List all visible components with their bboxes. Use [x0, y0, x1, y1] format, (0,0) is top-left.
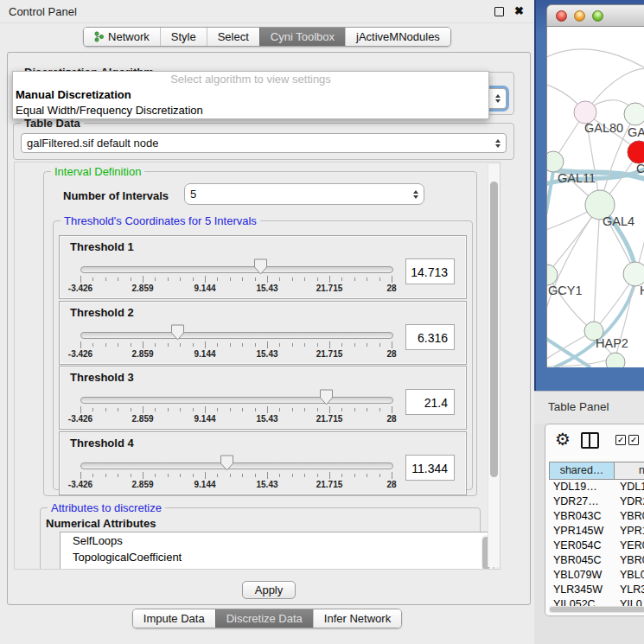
tick-mark: [304, 408, 305, 411]
thresholds-group: Threshold's Coordinates for 5 Intervals …: [53, 220, 473, 490]
number-of-intervals-label: Number of Intervals: [63, 189, 169, 202]
top-tab-bar: NetworkStyleSelectCyni ToolboxjActiveMNo…: [83, 27, 451, 47]
close-icon[interactable]: ✖: [514, 4, 524, 17]
tick-mark: [105, 343, 106, 347]
tick-label: 28: [386, 349, 396, 359]
tick-mark: [80, 276, 81, 283]
tab-select[interactable]: Select: [207, 28, 259, 46]
network-edge[interactable]: [547, 205, 600, 321]
table-row[interactable]: YDL19…YDL1: [549, 480, 644, 494]
network-graph[interactable]: GAL80GACGAL11GAL4GCY1HHAP2: [547, 27, 644, 367]
column-header-shared[interactable]: shared…: [549, 462, 615, 480]
tab-style[interactable]: Style: [160, 28, 207, 46]
list-item-betweennesscentrality[interactable]: BetweennessCentrality: [61, 565, 493, 570]
table-row[interactable]: YIL052CYIL0: [549, 597, 644, 606]
table-cell: YBR043C: [549, 509, 615, 524]
minimize-traffic-light-icon[interactable]: [574, 10, 585, 22]
table-row[interactable]: YDR27…YDR2: [549, 494, 644, 509]
zoom-traffic-light-icon[interactable]: [592, 10, 603, 22]
tick-label: -3.426: [68, 349, 92, 359]
control-panel-window: Control Panel ✖ NetworkStyleSelectCyni T…: [0, 0, 534, 644]
threshold-value-field[interactable]: 21.4: [405, 389, 455, 415]
tick-label: 15.43: [256, 480, 277, 489]
threshold-value-field[interactable]: 6.316: [405, 324, 455, 350]
node-label: C: [636, 162, 644, 175]
tick-mark: [279, 343, 280, 347]
interval-definition-label: Interval Definition: [51, 165, 144, 178]
apply-button[interactable]: Apply: [242, 581, 296, 599]
table-row[interactable]: YBR045CYBR0: [549, 553, 644, 568]
dropdown-option-manual-discretization[interactable]: Manual Discretization: [13, 87, 488, 103]
bottom-tab-discretize-data[interactable]: Discretize Data: [215, 609, 313, 628]
checkbox-icon[interactable]: ✓: [628, 435, 639, 445]
dropdown-prompt: Select algorithm to view settings: [13, 72, 488, 87]
table-panel-header: Table Panel: [534, 391, 644, 424]
table-cell: YER054C: [549, 539, 615, 553]
network-edge[interactable]: [547, 165, 554, 247]
vertical-scrollbar-thumb[interactable]: [490, 182, 498, 477]
tick-mark: [118, 343, 118, 347]
table-cell: YDL19…: [549, 480, 615, 494]
vertical-scrollbar[interactable]: [488, 164, 500, 567]
slider-thumb[interactable]: [170, 324, 185, 341]
tick-mark: [329, 276, 330, 283]
tick-label: 2.859: [131, 284, 153, 293]
network-edge[interactable]: [594, 205, 600, 331]
tick-mark: [279, 474, 280, 477]
node-label: GCY1: [548, 284, 583, 297]
number-of-intervals-combobox[interactable]: 5: [184, 183, 424, 205]
panel-title: Control Panel: [9, 5, 77, 18]
threshold-value-field[interactable]: 14.713: [405, 258, 455, 284]
horizontal-scrollbar-thumb[interactable]: [550, 607, 644, 612]
list-item-selfloops[interactable]: SelfLoops: [61, 532, 493, 549]
node-label: GAL80: [584, 121, 623, 135]
tick-mark: [143, 472, 143, 479]
table-cell: YPR145W: [549, 524, 615, 539]
column-header-name[interactable]: na: [615, 462, 644, 480]
list-item-topologicalcoefficient[interactable]: TopologicalCoefficient: [61, 549, 493, 565]
tick-mark: [217, 277, 218, 281]
table-rows: YDL19…YDL1YDR27…YDR2YBR043CYBR0YPR145WYP…: [549, 480, 644, 606]
horizontal-scrollbar[interactable]: [549, 606, 644, 613]
numerical-attributes-list[interactable]: SelfLoopsTopologicalCoefficientBetweenne…: [60, 532, 494, 570]
tick-mark: [105, 277, 106, 281]
checkbox-icon[interactable]: ✓: [615, 435, 626, 445]
table-cell: YLR3: [615, 583, 644, 597]
table-row[interactable]: YBR043CYBR0: [549, 509, 644, 524]
table-row[interactable]: YPR145WYPR1: [549, 524, 644, 539]
bottom-tab-infer-network[interactable]: Infer Network: [313, 609, 401, 628]
network-node-gal11[interactable]: [547, 151, 564, 172]
tick-mark: [379, 408, 380, 411]
node-label: GA: [628, 125, 644, 139]
network-node-h[interactable]: [623, 262, 644, 286]
bottom-tab-impute-data[interactable]: Impute Data: [133, 609, 215, 628]
slider-thumb[interactable]: [319, 389, 334, 405]
dropdown-option-equal-width-frequency[interactable]: Equal Width/Frequency Discretization: [13, 103, 488, 118]
table-row[interactable]: YER054CYER0: [549, 539, 644, 553]
table-row[interactable]: YLR345WYLR3: [549, 583, 644, 597]
network-window-titlebar[interactable]: [546, 4, 644, 27]
gear-icon[interactable]: ⚙: [555, 428, 571, 450]
slider-thumb[interactable]: [253, 258, 268, 275]
tick-mark: [267, 406, 268, 413]
network-edge[interactable]: [547, 49, 644, 74]
tick-mark: [131, 277, 131, 281]
close-traffic-light-icon[interactable]: [556, 10, 567, 22]
tick-mark: [242, 277, 243, 281]
tick-mark: [379, 343, 380, 347]
table-row[interactable]: YBL079WYBL0: [549, 568, 644, 583]
tick-mark: [354, 343, 355, 347]
split-columns-icon[interactable]: [581, 432, 599, 449]
tab-cyni-toolbox[interactable]: Cyni Toolbox: [259, 28, 345, 46]
tab-jactivemnodules[interactable]: jActiveMNodules: [345, 28, 450, 46]
tab-label: Style: [171, 30, 196, 43]
threshold-value-field[interactable]: 11.344: [405, 455, 455, 481]
tab-network[interactable]: Network: [84, 28, 160, 46]
tick-mark: [242, 408, 243, 411]
table-data-combobox[interactable]: galFiltered.sif default node: [21, 133, 507, 153]
network-node[interactable]: [606, 353, 625, 367]
network-canvas[interactable]: GAL80GACGAL11GAL4GCY1HHAP2: [546, 27, 644, 367]
network-node-ga[interactable]: [624, 103, 644, 125]
slider-thumb[interactable]: [220, 455, 234, 471]
float-window-icon[interactable]: [494, 7, 504, 16]
